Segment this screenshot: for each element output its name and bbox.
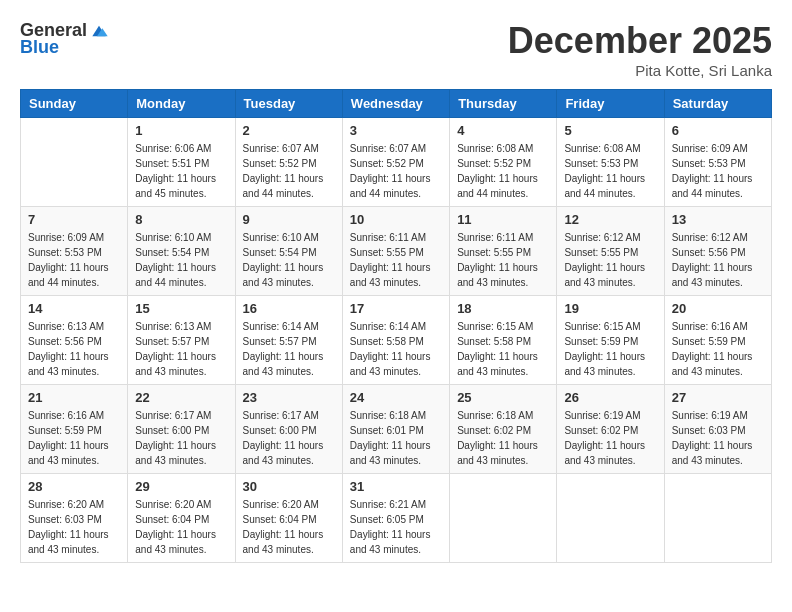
calendar-cell: 18Sunrise: 6:15 AMSunset: 5:58 PMDayligh… xyxy=(450,296,557,385)
day-info: Sunrise: 6:20 AMSunset: 6:03 PMDaylight:… xyxy=(28,497,120,557)
weekday-header-thursday: Thursday xyxy=(450,90,557,118)
calendar-cell: 12Sunrise: 6:12 AMSunset: 5:55 PMDayligh… xyxy=(557,207,664,296)
day-number: 24 xyxy=(350,390,442,405)
day-info: Sunrise: 6:19 AMSunset: 6:03 PMDaylight:… xyxy=(672,408,764,468)
day-info: Sunrise: 6:14 AMSunset: 5:57 PMDaylight:… xyxy=(243,319,335,379)
logo-icon xyxy=(89,21,109,41)
calendar-cell: 8Sunrise: 6:10 AMSunset: 5:54 PMDaylight… xyxy=(128,207,235,296)
calendar-cell: 27Sunrise: 6:19 AMSunset: 6:03 PMDayligh… xyxy=(664,385,771,474)
day-number: 25 xyxy=(457,390,549,405)
day-info: Sunrise: 6:17 AMSunset: 6:00 PMDaylight:… xyxy=(135,408,227,468)
calendar-cell xyxy=(557,474,664,563)
calendar-cell: 15Sunrise: 6:13 AMSunset: 5:57 PMDayligh… xyxy=(128,296,235,385)
day-number: 2 xyxy=(243,123,335,138)
day-info: Sunrise: 6:20 AMSunset: 6:04 PMDaylight:… xyxy=(243,497,335,557)
weekday-header-saturday: Saturday xyxy=(664,90,771,118)
location-subtitle: Pita Kotte, Sri Lanka xyxy=(508,62,772,79)
weekday-header-monday: Monday xyxy=(128,90,235,118)
day-info: Sunrise: 6:09 AMSunset: 5:53 PMDaylight:… xyxy=(28,230,120,290)
calendar-cell: 30Sunrise: 6:20 AMSunset: 6:04 PMDayligh… xyxy=(235,474,342,563)
calendar-cell: 7Sunrise: 6:09 AMSunset: 5:53 PMDaylight… xyxy=(21,207,128,296)
day-number: 8 xyxy=(135,212,227,227)
weekday-header-row: SundayMondayTuesdayWednesdayThursdayFrid… xyxy=(21,90,772,118)
calendar-cell: 22Sunrise: 6:17 AMSunset: 6:00 PMDayligh… xyxy=(128,385,235,474)
calendar-cell: 13Sunrise: 6:12 AMSunset: 5:56 PMDayligh… xyxy=(664,207,771,296)
calendar-cell: 4Sunrise: 6:08 AMSunset: 5:52 PMDaylight… xyxy=(450,118,557,207)
calendar-cell: 20Sunrise: 6:16 AMSunset: 5:59 PMDayligh… xyxy=(664,296,771,385)
day-info: Sunrise: 6:08 AMSunset: 5:52 PMDaylight:… xyxy=(457,141,549,201)
day-number: 21 xyxy=(28,390,120,405)
day-number: 1 xyxy=(135,123,227,138)
day-number: 5 xyxy=(564,123,656,138)
calendar-cell: 23Sunrise: 6:17 AMSunset: 6:00 PMDayligh… xyxy=(235,385,342,474)
day-info: Sunrise: 6:14 AMSunset: 5:58 PMDaylight:… xyxy=(350,319,442,379)
day-info: Sunrise: 6:17 AMSunset: 6:00 PMDaylight:… xyxy=(243,408,335,468)
calendar-cell: 26Sunrise: 6:19 AMSunset: 6:02 PMDayligh… xyxy=(557,385,664,474)
day-info: Sunrise: 6:09 AMSunset: 5:53 PMDaylight:… xyxy=(672,141,764,201)
calendar-cell: 3Sunrise: 6:07 AMSunset: 5:52 PMDaylight… xyxy=(342,118,449,207)
day-number: 29 xyxy=(135,479,227,494)
day-number: 23 xyxy=(243,390,335,405)
day-number: 4 xyxy=(457,123,549,138)
calendar-week-row: 28Sunrise: 6:20 AMSunset: 6:03 PMDayligh… xyxy=(21,474,772,563)
calendar-cell: 19Sunrise: 6:15 AMSunset: 5:59 PMDayligh… xyxy=(557,296,664,385)
calendar-cell: 2Sunrise: 6:07 AMSunset: 5:52 PMDaylight… xyxy=(235,118,342,207)
calendar-cell: 24Sunrise: 6:18 AMSunset: 6:01 PMDayligh… xyxy=(342,385,449,474)
day-number: 19 xyxy=(564,301,656,316)
calendar-cell: 5Sunrise: 6:08 AMSunset: 5:53 PMDaylight… xyxy=(557,118,664,207)
day-number: 30 xyxy=(243,479,335,494)
day-info: Sunrise: 6:12 AMSunset: 5:56 PMDaylight:… xyxy=(672,230,764,290)
calendar-cell: 28Sunrise: 6:20 AMSunset: 6:03 PMDayligh… xyxy=(21,474,128,563)
day-info: Sunrise: 6:18 AMSunset: 6:02 PMDaylight:… xyxy=(457,408,549,468)
day-info: Sunrise: 6:08 AMSunset: 5:53 PMDaylight:… xyxy=(564,141,656,201)
calendar-week-row: 7Sunrise: 6:09 AMSunset: 5:53 PMDaylight… xyxy=(21,207,772,296)
day-number: 9 xyxy=(243,212,335,227)
day-number: 20 xyxy=(672,301,764,316)
calendar-table: SundayMondayTuesdayWednesdayThursdayFrid… xyxy=(20,89,772,563)
day-info: Sunrise: 6:10 AMSunset: 5:54 PMDaylight:… xyxy=(135,230,227,290)
day-info: Sunrise: 6:11 AMSunset: 5:55 PMDaylight:… xyxy=(457,230,549,290)
day-info: Sunrise: 6:16 AMSunset: 5:59 PMDaylight:… xyxy=(672,319,764,379)
day-number: 3 xyxy=(350,123,442,138)
day-info: Sunrise: 6:11 AMSunset: 5:55 PMDaylight:… xyxy=(350,230,442,290)
calendar-cell: 17Sunrise: 6:14 AMSunset: 5:58 PMDayligh… xyxy=(342,296,449,385)
day-number: 27 xyxy=(672,390,764,405)
day-info: Sunrise: 6:10 AMSunset: 5:54 PMDaylight:… xyxy=(243,230,335,290)
day-number: 6 xyxy=(672,123,764,138)
month-title: December 2025 xyxy=(508,20,772,62)
day-number: 11 xyxy=(457,212,549,227)
day-number: 17 xyxy=(350,301,442,316)
weekday-header-friday: Friday xyxy=(557,90,664,118)
calendar-cell: 1Sunrise: 6:06 AMSunset: 5:51 PMDaylight… xyxy=(128,118,235,207)
day-number: 15 xyxy=(135,301,227,316)
day-info: Sunrise: 6:07 AMSunset: 5:52 PMDaylight:… xyxy=(243,141,335,201)
calendar-cell: 21Sunrise: 6:16 AMSunset: 5:59 PMDayligh… xyxy=(21,385,128,474)
logo: General Blue xyxy=(20,20,109,58)
calendar-week-row: 14Sunrise: 6:13 AMSunset: 5:56 PMDayligh… xyxy=(21,296,772,385)
day-number: 12 xyxy=(564,212,656,227)
page-header: General Blue December 2025 Pita Kotte, S… xyxy=(20,20,772,79)
title-block: December 2025 Pita Kotte, Sri Lanka xyxy=(508,20,772,79)
calendar-cell: 10Sunrise: 6:11 AMSunset: 5:55 PMDayligh… xyxy=(342,207,449,296)
weekday-header-tuesday: Tuesday xyxy=(235,90,342,118)
day-number: 18 xyxy=(457,301,549,316)
calendar-cell xyxy=(21,118,128,207)
weekday-header-sunday: Sunday xyxy=(21,90,128,118)
calendar-cell: 31Sunrise: 6:21 AMSunset: 6:05 PMDayligh… xyxy=(342,474,449,563)
calendar-cell: 16Sunrise: 6:14 AMSunset: 5:57 PMDayligh… xyxy=(235,296,342,385)
day-number: 31 xyxy=(350,479,442,494)
day-info: Sunrise: 6:07 AMSunset: 5:52 PMDaylight:… xyxy=(350,141,442,201)
weekday-header-wednesday: Wednesday xyxy=(342,90,449,118)
day-number: 13 xyxy=(672,212,764,227)
day-number: 26 xyxy=(564,390,656,405)
day-number: 14 xyxy=(28,301,120,316)
day-info: Sunrise: 6:06 AMSunset: 5:51 PMDaylight:… xyxy=(135,141,227,201)
calendar-cell: 6Sunrise: 6:09 AMSunset: 5:53 PMDaylight… xyxy=(664,118,771,207)
calendar-cell: 14Sunrise: 6:13 AMSunset: 5:56 PMDayligh… xyxy=(21,296,128,385)
day-info: Sunrise: 6:20 AMSunset: 6:04 PMDaylight:… xyxy=(135,497,227,557)
calendar-cell: 11Sunrise: 6:11 AMSunset: 5:55 PMDayligh… xyxy=(450,207,557,296)
calendar-week-row: 21Sunrise: 6:16 AMSunset: 5:59 PMDayligh… xyxy=(21,385,772,474)
calendar-cell: 29Sunrise: 6:20 AMSunset: 6:04 PMDayligh… xyxy=(128,474,235,563)
day-info: Sunrise: 6:15 AMSunset: 5:58 PMDaylight:… xyxy=(457,319,549,379)
logo-blue: Blue xyxy=(20,37,59,58)
